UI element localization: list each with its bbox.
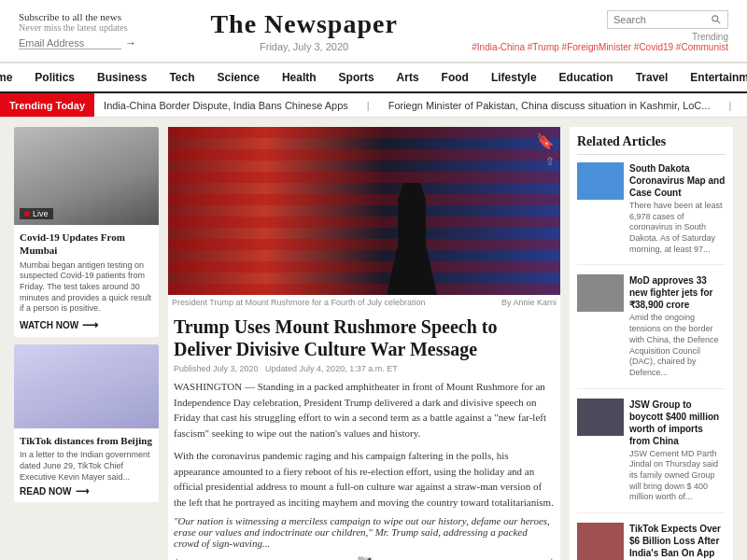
related-content-3: JSW Group to boycott $400 million worth … [629,399,726,503]
tiktok-card-title: TikTok distances from Beijing [20,434,153,447]
ticker-label: Trending Today [0,93,94,117]
live-label: Live [33,209,49,218]
trending-tags: #India-China #Trump #ForeignMinister #Co… [472,42,728,52]
nav-politics[interactable]: Politics [23,63,86,91]
read-now-link[interactable]: READ NOW ⟶ [20,486,153,497]
related-thumb-4 [577,523,624,560]
watch-arrow-icon: ⟶ [82,318,98,331]
read-arrow-icon: ⟶ [76,486,89,497]
related-art-title-2: MoD approves 33 new fighter jets for ₹38… [629,274,726,311]
nav-arts[interactable]: Arts [386,63,430,91]
site-date: Friday, July 3, 2020 [210,41,397,52]
image-caption-row: President Trump at Mount Rushmore for a … [168,295,560,310]
main-image-wrap: 🔖 ⇧ [168,127,560,295]
covid-card-title: Covid-19 Updates From Mumbai [20,231,153,258]
main-content: Live Covid-19 Updates From Mumbai Mumbai… [0,118,747,560]
email-arrow-icon[interactable]: → [125,36,136,50]
watch-now-link[interactable]: WATCH NOW ⟶ [20,318,153,331]
related-item-1[interactable]: South Dakota Coronavirus Map and Case Co… [577,162,726,265]
published-date: Published July 3, 2020 [174,364,259,373]
related-art-title-4: TikTok Expects Over $6 Billion Loss Afte… [629,523,726,559]
ticker-content: India-China Border Dispute, India Bans C… [94,100,747,111]
site-title: The Newspaper [210,9,397,39]
trending-label: Trending [692,32,728,42]
prev-arrow-icon[interactable]: ‹ [174,553,178,560]
ticker-item-2: Foriegn Minister of Pakistan, China disc… [388,100,711,111]
nav-bar: Home Politics Business Tech Science Heal… [0,63,747,93]
article-quote: "Our nation is witnessing a merciless ca… [168,513,560,551]
main-article-image [168,127,560,295]
related-art-title-3: JSW Group to boycott $400 million worth … [629,399,726,447]
covid-card-body: Covid-19 Updates From Mumbai Mumbai bega… [14,225,159,337]
nav-home[interactable]: Home [0,63,23,91]
nav-entertainment[interactable]: Entertainment [679,63,747,91]
camera-icon: 📷 [357,553,373,561]
related-articles-box: Related Articles South Dakota Coronaviru… [570,127,733,560]
related-item-3[interactable]: JSW Group to boycott $400 million worth … [577,399,726,513]
ticker-sep-2: | [728,100,731,111]
tiktok-card-desc: In a letter to the Indian government dat… [20,450,153,483]
related-thumb-2 [577,274,624,312]
watch-now-label: WATCH NOW [20,320,78,330]
related-content-4: TikTok Expects Over $6 Billion Loss Afte… [629,523,726,560]
search-area: Trending #India-China #Trump #ForeignMin… [472,10,728,52]
updated-date: Updated July 4, 2020, 1:37 a.m. ET [265,364,398,373]
nav-food[interactable]: Food [430,63,480,91]
svg-point-0 [712,15,718,21]
caption-left: President Trump at Mount Rushmore for a … [172,298,426,307]
covid-card-desc: Mumbai began antigen testing on suspecte… [20,260,153,315]
covid-card-image: Live [14,127,159,225]
tiktok-card: TikTok distances from Beijing In a lette… [14,344,159,502]
tiktok-card-body: TikTok distances from Beijing In a lette… [14,428,159,502]
subscribe-box: Subscribe to all the news Never miss the… [19,11,136,50]
nav-tech[interactable]: Tech [158,63,205,91]
live-badge: Live [20,208,53,219]
nav-education[interactable]: Education [548,63,625,91]
article-body-1: WASHINGTON — Standing in a packed amphit… [168,375,560,444]
svg-line-1 [717,21,720,23]
related-art-desc-3: JSW Cement MD Parth Jindal on Thursday s… [629,449,726,503]
right-column: Related Articles South Dakota Coronaviru… [570,127,733,551]
search-icon [711,14,722,25]
ticker-item-1: India-China Border Dispute, India Bans C… [104,100,348,111]
related-content-2: MoD approves 33 new fighter jets for ₹38… [629,274,726,378]
nav-business[interactable]: Business [86,63,158,91]
caption-right: By Annie Karni [501,298,557,307]
ticker-bar: Trending Today India-China Border Disput… [0,93,747,118]
next-arrow-icon[interactable]: › [550,553,555,560]
search-input[interactable] [613,14,711,25]
nav-science[interactable]: Science [206,63,271,91]
search-wrap[interactable] [607,10,728,29]
tiktok-card-image [14,344,159,428]
nav-travel[interactable]: Travel [625,63,680,91]
subscribe-label: Subscribe to all the news [19,11,136,22]
related-title: Related Articles [577,134,726,155]
article-nav: ‹ 📷 › [168,551,560,560]
bookmark-icon[interactable]: 🔖 [536,133,555,150]
related-art-desc-1: There have been at least 6,978 cases of … [629,201,726,255]
email-input[interactable] [19,37,121,49]
main-article: 🔖 ⇧ President Trump at Mount Rushmore fo… [168,127,560,560]
left-column: Live Covid-19 Updates From Mumbai Mumbai… [14,127,159,551]
nav-health[interactable]: Health [271,63,328,91]
ticker-sep-1: | [367,100,370,111]
top-bar: Subscribe to all the news Never miss the… [0,0,747,63]
read-now-label: READ NOW [20,486,72,497]
related-item-4[interactable]: TikTok Expects Over $6 Billion Loss Afte… [577,523,726,560]
related-thumb-1 [577,162,624,200]
share-icon[interactable]: ⇧ [545,155,555,169]
nav-lifestyle[interactable]: Lifestyle [480,63,548,91]
center-column: 🔖 ⇧ President Trump at Mount Rushmore fo… [168,127,560,551]
related-art-title-1: South Dakota Coronavirus Map and Case Co… [629,162,726,199]
subscribe-sublabel: Never miss the latest updates [19,22,136,33]
article-headline: Trump Uses Mount Rushmore Speech to Deli… [168,310,560,362]
nav-sports[interactable]: Sports [328,63,386,91]
article-body-2: With the coronavirus pandemic raging and… [168,444,560,513]
related-item-2[interactable]: MoD approves 33 new fighter jets for ₹38… [577,274,726,388]
related-thumb-3 [577,399,624,436]
related-content-1: South Dakota Coronavirus Map and Case Co… [629,162,726,255]
live-dot [24,211,30,217]
masthead: The Newspaper Friday, July 3, 2020 [210,9,397,52]
related-art-desc-2: Amid the ongoing tensions on the border … [629,313,726,378]
article-byline: Published July 3, 2020 Updated July 4, 2… [168,362,560,375]
